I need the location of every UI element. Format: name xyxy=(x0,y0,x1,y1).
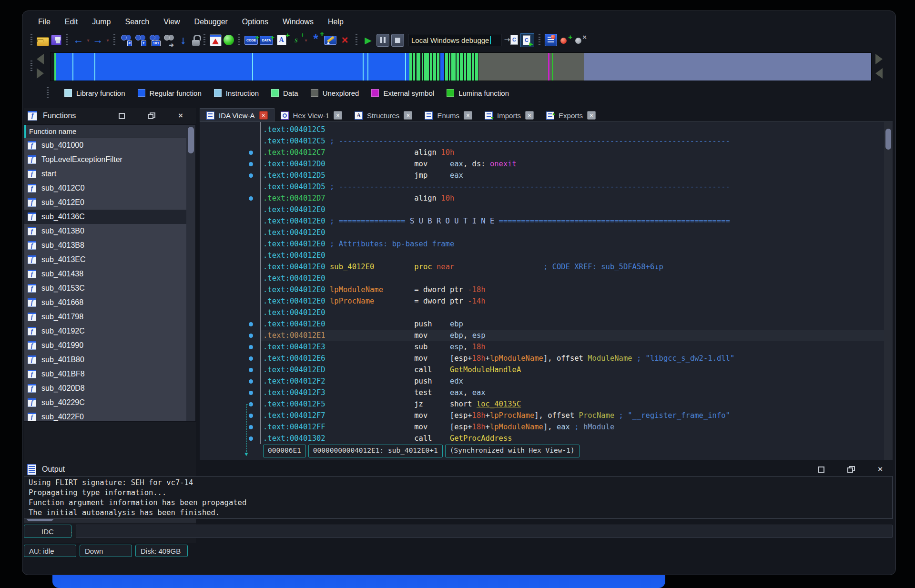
disasm-line[interactable]: .text:004012D7 align 10h xyxy=(200,193,893,204)
disasm-line[interactable]: .text:004012ED call GetModuleHandleA xyxy=(200,364,893,375)
function-list-item[interactable]: fsub_4020D8 xyxy=(24,381,195,395)
output-content[interactable]: Using FLIRT signature: SEH for vc7-14Pro… xyxy=(24,476,893,519)
function-list-item[interactable]: fsub_401000 xyxy=(24,138,195,152)
tab-imports[interactable]: Imports× xyxy=(478,109,540,122)
navigation-band[interactable] xyxy=(50,52,872,81)
breakpoint-list-icon[interactable] xyxy=(545,34,557,46)
disasm-line[interactable]: .text:004012E0 xyxy=(200,250,893,261)
attach-process-icon[interactable]: C xyxy=(505,34,518,47)
disasm-line[interactable]: .text:004012C5 ; -----------------------… xyxy=(200,135,893,147)
menu-edit[interactable]: Edit xyxy=(58,15,85,29)
disasm-line[interactable]: .text:004012E0 lpProcName = dword ptr -1… xyxy=(200,295,893,307)
function-list-item[interactable]: fstart xyxy=(24,167,195,181)
disasm-line[interactable]: .text:004012C5 xyxy=(200,124,893,135)
output-maximize-button[interactable] xyxy=(817,466,825,473)
function-list-item[interactable]: fsub_40153C xyxy=(24,281,195,295)
function-list-item[interactable]: fsub_4012E0 xyxy=(24,195,195,210)
toolbar-grip[interactable] xyxy=(539,34,540,46)
menu-file[interactable]: File xyxy=(31,15,58,29)
tab-close-icon[interactable]: × xyxy=(587,111,596,120)
disasm-line[interactable]: .text:004012F7 mov [esp+18h+lpProcName],… xyxy=(200,410,893,421)
tab-close-icon[interactable]: × xyxy=(464,111,472,120)
tab-structures[interactable]: Structures× xyxy=(348,109,418,122)
disasm-line[interactable]: .text:004012F2 push edx xyxy=(200,375,893,387)
lumina-icon[interactable] xyxy=(224,35,234,45)
function-list-item[interactable]: fsub_4013EC xyxy=(24,253,195,267)
toolbar-grip[interactable] xyxy=(356,34,357,46)
edit-function-icon[interactable] xyxy=(324,36,336,45)
function-list-item[interactable]: fsub_4012C0 xyxy=(24,181,195,195)
disasm-line[interactable]: .text:004012E3 sub esp, 18h xyxy=(200,341,893,353)
tab-close-icon[interactable]: × xyxy=(404,111,412,120)
tab-ida-view-a[interactable]: IDA View-A× xyxy=(200,108,274,122)
make-name-icon[interactable]: A+ xyxy=(275,34,288,47)
toolbar-grip[interactable] xyxy=(66,34,68,46)
open-file-icon[interactable] xyxy=(37,37,49,46)
make-data-icon[interactable]: DATA+ xyxy=(260,36,273,45)
disasm-line[interactable]: .text:004012D5 ; -----------------------… xyxy=(200,181,893,193)
menu-windows[interactable]: Windows xyxy=(275,15,321,29)
menu-options[interactable]: Options xyxy=(235,15,275,29)
tab-close-icon[interactable]: × xyxy=(334,111,342,120)
jump-next-icon[interactable]: ↓ xyxy=(177,34,190,47)
function-list-item[interactable]: fsub_40192C xyxy=(24,324,195,338)
band-scroll-right-icon[interactable] xyxy=(37,68,44,79)
command-input[interactable] xyxy=(76,525,893,538)
disasm-line[interactable]: .text:004012D0 mov eax, ds:_onexit xyxy=(200,158,893,170)
navigate-forward-history-icon[interactable]: ▾ xyxy=(105,34,110,47)
disasm-line[interactable]: .text:004012C7 align 10h xyxy=(200,147,893,158)
disasm-line[interactable]: .text:004012F3 test eax, eax xyxy=(200,387,893,398)
disasm-line[interactable]: .text:004012F5 jz short loc_40135C xyxy=(200,398,893,410)
debugger-selector[interactable]: Local Windows debugge xyxy=(408,34,501,46)
function-list-item[interactable]: fsub_401438 xyxy=(24,267,195,281)
disasm-line[interactable]: .text:004012E0 xyxy=(200,204,893,215)
function-list-item[interactable]: fsub_4022F0 xyxy=(24,410,195,422)
band-scroll-left-icon[interactable] xyxy=(875,68,883,79)
toolbar-grip[interactable] xyxy=(203,34,205,46)
make-code-icon[interactable]: CODE+ xyxy=(244,36,258,45)
function-list-item[interactable]: fsub_401B80 xyxy=(24,353,195,367)
disasm-line[interactable]: .text:004012FF mov [esp+18h+lpModuleName… xyxy=(200,421,893,433)
function-list-item[interactable]: fsub_401990 xyxy=(24,338,195,353)
navigate-forward-icon[interactable]: → xyxy=(92,34,104,47)
disasm-line[interactable]: .text:004012E0 sub_4012E0 proc near ; CO… xyxy=(200,261,893,273)
menu-jump[interactable]: Jump xyxy=(85,15,118,29)
save-file-icon[interactable] xyxy=(51,35,61,45)
toolbar-grip[interactable] xyxy=(113,34,115,46)
make-string-icon[interactable]: s+ xyxy=(290,34,303,47)
disassembly-scrollbar[interactable] xyxy=(884,122,893,460)
function-list-item[interactable]: fTopLevelExceptionFilter xyxy=(24,152,195,167)
disasm-line[interactable]: .text:004012E0 ; Attributes: bp-based fr… xyxy=(200,238,893,250)
functions-restore-button[interactable] xyxy=(147,112,155,120)
tab-exports[interactable]: Exports× xyxy=(540,109,602,122)
disasm-line[interactable]: .text:004012E0 push ebp xyxy=(200,318,893,330)
disasm-line[interactable]: .text:004012E1 mov ebp, esp xyxy=(200,330,893,341)
navigate-back-history-icon[interactable]: ▾ xyxy=(86,34,91,47)
start-process-icon[interactable]: ▶ xyxy=(362,34,375,47)
function-list-item[interactable]: fsub_40136C xyxy=(24,210,195,224)
add-breakpoint-icon[interactable]: + xyxy=(559,34,572,47)
disasm-line[interactable]: .text:004012E0 xyxy=(200,273,893,284)
tab-close-icon[interactable]: × xyxy=(259,111,268,120)
functions-column-header[interactable]: Function name xyxy=(24,125,195,138)
toolbar-grip[interactable] xyxy=(238,34,240,46)
tab-enums[interactable]: Enums× xyxy=(418,109,478,122)
band-scroll-left-icon[interactable] xyxy=(37,54,44,64)
jump-to-address-icon[interactable]: # xyxy=(120,34,132,47)
jump-by-name-icon[interactable]: T xyxy=(134,34,146,47)
menu-debugger[interactable]: Debugger xyxy=(187,15,235,29)
function-list-item[interactable]: fsub_4013B0 xyxy=(24,224,195,238)
menu-help[interactable]: Help xyxy=(321,15,351,29)
disasm-line[interactable]: .text:004012E0 xyxy=(200,227,893,238)
output-close-button[interactable]: × xyxy=(876,466,884,473)
function-list-item[interactable]: fsub_401798 xyxy=(24,310,195,324)
legend-grip[interactable] xyxy=(47,87,49,99)
disasm-line[interactable]: .text:00401302 call GetProcAddress xyxy=(200,433,893,444)
jump-xref-icon[interactable]: ➜ xyxy=(163,34,175,47)
band-grip[interactable] xyxy=(30,61,32,72)
band-scroll-right-icon[interactable] xyxy=(875,54,883,64)
stop-process-icon[interactable] xyxy=(391,34,404,47)
disasm-line[interactable]: .text:004012D5 jmp eax xyxy=(200,170,893,181)
pause-process-icon[interactable] xyxy=(376,34,389,47)
disasm-line[interactable]: .text:004012E6 mov [esp+18h+lpModuleName… xyxy=(200,353,893,364)
